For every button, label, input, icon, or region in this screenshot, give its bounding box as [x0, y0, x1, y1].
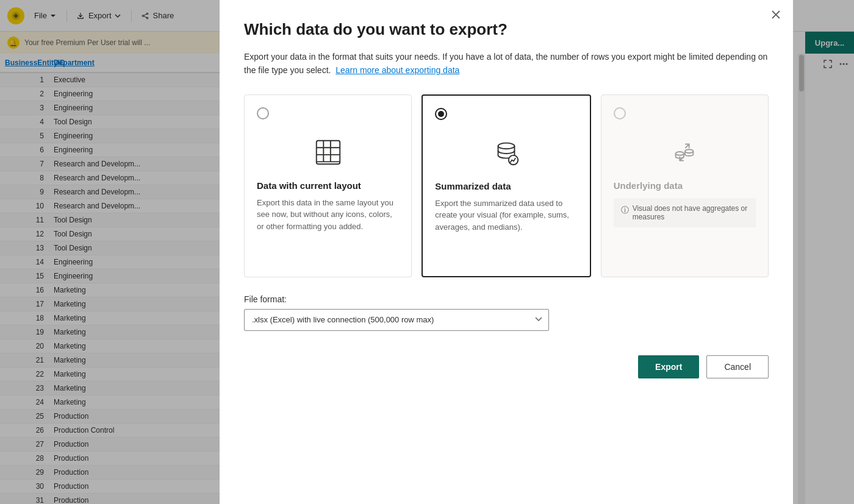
info-icon: ⓘ: [621, 205, 629, 216]
modal-title: Which data do you want to export?: [244, 20, 769, 40]
card-summarized-desc: Export the summarized data used to creat…: [435, 197, 577, 233]
radio-current-layout[interactable]: [257, 107, 269, 119]
export-modal: Which data do you want to export? Export…: [220, 0, 793, 504]
card-current-layout-desc: Export this data in the same layout you …: [257, 197, 399, 233]
card-summarized-title: Summarized data: [435, 181, 577, 191]
file-format-label: File format:: [244, 294, 769, 304]
export-options-cards: Data with current layout Export this dat…: [244, 94, 769, 277]
svg-point-15: [685, 149, 693, 153]
radio-underlying[interactable]: [614, 107, 626, 119]
learn-more-link[interactable]: Learn more about exporting data: [336, 65, 459, 75]
radio-summarized[interactable]: [435, 108, 447, 120]
card-underlying[interactable]: Underlying data ⓘ Visual does not have a…: [601, 94, 769, 277]
card-current-layout-title: Data with current layout: [257, 180, 399, 191]
underlying-disabled-message: ⓘ Visual does not have aggregates or mea…: [614, 198, 756, 227]
card-underlying-title: Underlying data: [614, 180, 756, 191]
current-layout-icon: [257, 134, 399, 171]
modal-description: Export your data in the format that suit…: [244, 50, 769, 77]
card-summarized[interactable]: Summarized data Export the summarized da…: [422, 94, 590, 277]
svg-rect-7: [316, 140, 339, 163]
close-button[interactable]: [769, 7, 783, 22]
underlying-icon: [614, 134, 756, 171]
card-current-layout[interactable]: Data with current layout Export this dat…: [244, 94, 412, 277]
export-button[interactable]: Export: [638, 355, 699, 378]
file-format-wrapper: .xlsx (Excel) with live connection (500,…: [244, 309, 549, 331]
summarized-icon: [435, 135, 577, 171]
svg-point-16: [676, 152, 684, 155]
cancel-button[interactable]: Cancel: [706, 355, 769, 378]
svg-point-13: [498, 143, 515, 149]
action-buttons: Export Cancel: [244, 355, 769, 378]
file-format-select[interactable]: .xlsx (Excel) with live connection (500,…: [244, 309, 549, 331]
svg-point-14: [509, 155, 518, 164]
